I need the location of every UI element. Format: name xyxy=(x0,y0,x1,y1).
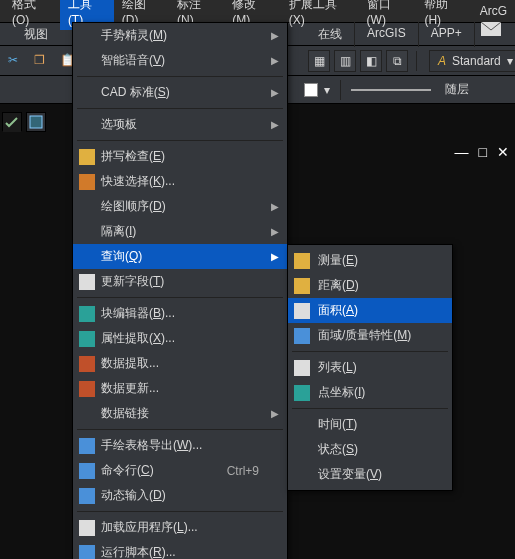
tab-view[interactable]: 视图 xyxy=(0,22,72,47)
menu-item-label: 数据链接 xyxy=(101,405,149,422)
submenu-arrow-icon: ▶ xyxy=(271,408,279,419)
layers-icon: ⧉ xyxy=(393,54,402,68)
menu-item-label: 绘图顺序(D) xyxy=(101,198,166,215)
tools-menu-item[interactable]: 手势精灵(M)▶ xyxy=(73,23,287,48)
tools-menu: 手势精灵(M)▶智能语音(V)▶CAD 标准(S)▶选项板▶拼写检查(E)快速选… xyxy=(72,22,288,559)
doc-tab-2[interactable] xyxy=(26,112,46,132)
tools-menu-item[interactable]: 数据更新... xyxy=(73,376,287,401)
linetype-label[interactable]: 随层 xyxy=(445,81,469,98)
menu-item-label: 快速选择(K)... xyxy=(101,173,175,190)
query-submenu-item[interactable]: 面域/质量特性(M) xyxy=(288,323,452,348)
menu-item-label: 距离(D) xyxy=(318,277,359,294)
tool-btn-3[interactable]: ◧ xyxy=(360,50,382,72)
menu-item-icon xyxy=(294,253,310,269)
separator xyxy=(416,51,417,71)
panel-icon: ◧ xyxy=(366,54,377,68)
separator xyxy=(340,80,341,100)
query-submenu-item[interactable]: 设置变量(V) xyxy=(288,462,452,487)
mail-icon[interactable] xyxy=(481,22,501,36)
right-toolbar: ▦ ▥ ◧ ⧉ A Standard ▾ xyxy=(308,50,515,72)
menu-item-label: 属性提取(X)... xyxy=(101,330,175,347)
tools-menu-item[interactable]: 数据链接▶ xyxy=(73,401,287,426)
tools-menu-item[interactable]: 绘图顺序(D)▶ xyxy=(73,194,287,219)
menubar: 格式(O) 工具(T) 绘图(D) 标注(N) 修改(M) 扩展工具(X) 窗口… xyxy=(0,0,515,22)
menu-item-icon xyxy=(79,174,95,190)
query-submenu-item[interactable]: 列表(L) xyxy=(288,355,452,380)
menu-separator xyxy=(77,511,283,512)
query-submenu-item[interactable]: 面积(A) xyxy=(288,298,452,323)
tools-menu-item[interactable]: 快速选择(K)... xyxy=(73,169,287,194)
text-style-icon: A xyxy=(438,54,446,68)
submenu-arrow-icon: ▶ xyxy=(271,119,279,130)
menu-item-label: 加载应用程序(L)... xyxy=(101,519,198,536)
tool-btn-1[interactable]: ▦ xyxy=(308,50,330,72)
menu-item-label: 面域/质量特性(M) xyxy=(318,327,411,344)
chevron-down-icon[interactable]: ▾ xyxy=(324,83,330,97)
menu-item-label: 手势精灵(M) xyxy=(101,27,167,44)
menu-item-label: 设置变量(V) xyxy=(318,466,382,483)
maximize-icon[interactable]: □ xyxy=(479,144,487,160)
menu-item-label: 更新字段(T) xyxy=(101,273,164,290)
menu-item-icon xyxy=(79,381,95,397)
query-submenu-item[interactable]: 距离(D) xyxy=(288,273,452,298)
tools-menu-item[interactable]: 属性提取(X)... xyxy=(73,326,287,351)
right-tabs: 在线 ArcGIS APP+ xyxy=(306,22,501,47)
tools-menu-item[interactable]: 动态输入(D) xyxy=(73,483,287,508)
cut-icon[interactable]: ✂ xyxy=(8,53,24,69)
grid-icon: ▦ xyxy=(314,54,325,68)
tools-menu-item[interactable]: 块编辑器(B)... xyxy=(73,301,287,326)
submenu-arrow-icon: ▶ xyxy=(271,55,279,66)
tools-menu-item[interactable]: CAD 标准(S)▶ xyxy=(73,80,287,105)
tools-menu-item[interactable]: 数据提取... xyxy=(73,351,287,376)
tools-menu-item[interactable]: 智能语音(V)▶ xyxy=(73,48,287,73)
menu-item-label: 手绘表格导出(W)... xyxy=(101,437,202,454)
tab-arcgis[interactable]: ArcGIS xyxy=(355,22,419,47)
left-tool-icons: ✂ ❐ 📋 xyxy=(0,53,76,69)
tools-menu-item[interactable]: 手绘表格导出(W)... xyxy=(73,433,287,458)
menu-item-label: 面积(A) xyxy=(318,302,358,319)
query-submenu-item[interactable]: 测量(E) xyxy=(288,248,452,273)
tab-app-plus[interactable]: APP+ xyxy=(419,22,475,47)
query-submenu-item[interactable]: 时间(T) xyxy=(288,412,452,437)
tool-btn-2[interactable]: ▥ xyxy=(334,50,356,72)
text-style-value: Standard xyxy=(452,54,501,68)
submenu-arrow-icon: ▶ xyxy=(271,201,279,212)
menu-item-label: 数据更新... xyxy=(101,380,159,397)
submenu-arrow-icon: ▶ xyxy=(271,30,279,41)
menu-item-label: 运行脚本(R)... xyxy=(101,544,176,559)
menu-separator xyxy=(77,76,283,77)
tools-menu-item[interactable]: 加载应用程序(L)... xyxy=(73,515,287,540)
menu-arcgis[interactable]: ArcG xyxy=(472,1,515,21)
menu-item-label: 隔离(I) xyxy=(101,223,136,240)
tab-online[interactable]: 在线 xyxy=(306,22,355,47)
minimize-icon[interactable]: — xyxy=(455,144,469,160)
chevron-down-icon: ▾ xyxy=(507,54,513,68)
text-style-dropdown[interactable]: A Standard ▾ xyxy=(429,50,515,72)
menu-item-icon xyxy=(294,328,310,344)
tools-menu-item[interactable]: 选项板▶ xyxy=(73,112,287,137)
tools-menu-item[interactable]: 运行脚本(R)... xyxy=(73,540,287,559)
menu-item-icon xyxy=(79,306,95,322)
tools-menu-item[interactable]: 命令行(C)Ctrl+9 xyxy=(73,458,287,483)
menu-item-label: 拼写检查(E) xyxy=(101,148,165,165)
menu-item-icon xyxy=(79,488,95,504)
copy-icon[interactable]: ❐ xyxy=(34,53,50,69)
tools-menu-item[interactable]: 隔离(I)▶ xyxy=(73,219,287,244)
doc-tab-active[interactable] xyxy=(2,112,22,132)
menu-item-label: CAD 标准(S) xyxy=(101,84,170,101)
query-submenu-item[interactable]: 点坐标(I) xyxy=(288,380,452,405)
close-icon[interactable]: ✕ xyxy=(497,144,509,160)
color-swatch[interactable] xyxy=(304,83,318,97)
menu-separator xyxy=(77,297,283,298)
menu-item-label: 测量(E) xyxy=(318,252,358,269)
menu-item-icon xyxy=(79,545,95,560)
tools-menu-item[interactable]: 更新字段(T) xyxy=(73,269,287,294)
tools-menu-item[interactable]: 查询(Q)▶ xyxy=(73,244,287,269)
menu-item-icon xyxy=(79,149,95,165)
query-submenu-item[interactable]: 状态(S) xyxy=(288,437,452,462)
layer-controls: ▾ 随层 xyxy=(304,80,469,100)
menu-item-icon xyxy=(294,385,310,401)
tool-btn-4[interactable]: ⧉ xyxy=(386,50,408,72)
menu-separator xyxy=(77,108,283,109)
tools-menu-item[interactable]: 拼写检查(E) xyxy=(73,144,287,169)
